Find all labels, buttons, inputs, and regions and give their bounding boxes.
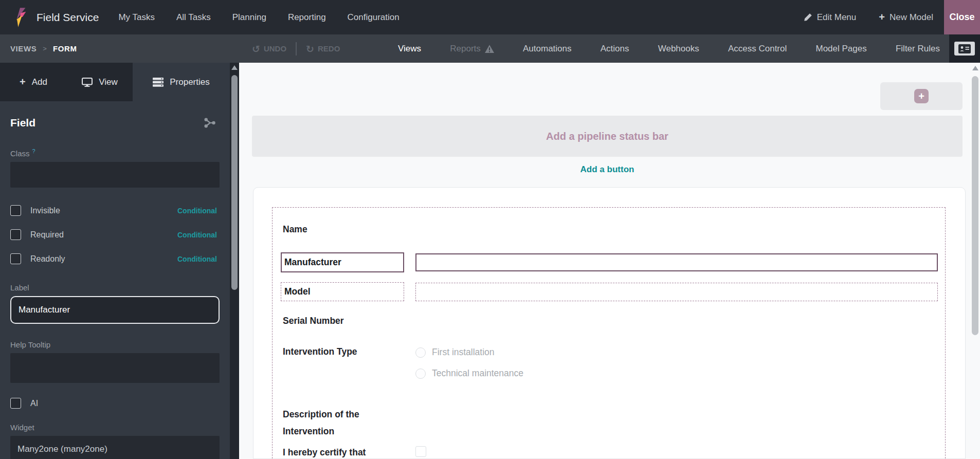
radio-icon[interactable] bbox=[415, 347, 426, 358]
add-pipeline-status-bar[interactable]: Add a pipeline status bar bbox=[252, 116, 963, 157]
field-label-serial-number[interactable]: Serial Number bbox=[283, 316, 344, 326]
field-label-model[interactable]: Model bbox=[281, 282, 404, 301]
radio-technical-maintenance[interactable]: Technical maintenance bbox=[415, 368, 523, 379]
invisible-checkbox[interactable] bbox=[10, 205, 21, 216]
menu-item-all-tasks[interactable]: All Tasks bbox=[176, 12, 211, 23]
monitor-icon bbox=[82, 78, 93, 87]
app-name: Field Service bbox=[37, 11, 99, 24]
invisible-row: Invisible Conditional bbox=[10, 204, 217, 217]
add-a-button-link[interactable]: Add a button bbox=[252, 164, 963, 175]
form-group-outline: Name Manufacturer Model Serial Number In… bbox=[272, 207, 946, 459]
menu-item-my-tasks[interactable]: My Tasks bbox=[118, 12, 155, 23]
tab-model-pages[interactable]: Model Pages bbox=[815, 44, 866, 54]
top-navbar: Field Service My Tasks All Tasks Plannin… bbox=[0, 0, 980, 34]
warning-triangle-icon bbox=[485, 45, 494, 53]
menu-item-reporting[interactable]: Reporting bbox=[288, 12, 326, 23]
share-hierarchy-icon[interactable] bbox=[203, 118, 216, 128]
list-icon bbox=[153, 78, 164, 87]
sidebar-scrollbar bbox=[230, 63, 239, 459]
field-label-manufacturer-selected[interactable]: Manufacturer bbox=[281, 252, 404, 272]
help-question-mark[interactable]: ? bbox=[32, 148, 35, 154]
top-menu: My Tasks All Tasks Planning Reporting Co… bbox=[118, 12, 399, 23]
studio-toolbar: VIEWS > FORM ↺ UNDO ↻ REDO Views Reports… bbox=[0, 34, 980, 63]
breadcrumb-separator: > bbox=[43, 45, 47, 52]
label-input[interactable] bbox=[10, 296, 220, 324]
readonly-row: Readonly Conditional bbox=[10, 252, 217, 266]
edit-menu-button[interactable]: Edit Menu bbox=[804, 12, 857, 23]
field-input-model[interactable] bbox=[415, 283, 938, 301]
form-editor-canvas: + Add a pipeline status bar Add a button… bbox=[239, 63, 980, 459]
id-card-button[interactable] bbox=[954, 42, 975, 56]
class-label: Class? bbox=[10, 148, 220, 158]
pencil-icon bbox=[804, 13, 812, 22]
readonly-checkbox[interactable] bbox=[10, 253, 21, 264]
plus-icon: + bbox=[20, 76, 26, 88]
ai-checkbox[interactable] bbox=[10, 398, 21, 409]
breadcrumb-form: FORM bbox=[53, 44, 77, 53]
sidebar-tab-properties[interactable]: Properties bbox=[133, 63, 230, 101]
field-input-manufacturer-selected[interactable] bbox=[415, 253, 938, 271]
scroll-up-arrow-icon[interactable] bbox=[231, 65, 238, 70]
tab-reports[interactable]: Reports bbox=[450, 44, 494, 54]
studio-sidebar: + Add View Properties Field bbox=[0, 63, 230, 459]
tab-views[interactable]: Views bbox=[398, 44, 421, 54]
sidebar-scrollbar-thumb[interactable] bbox=[231, 75, 238, 290]
help-tooltip-label: Help Tooltip bbox=[10, 340, 220, 349]
label-label: Label bbox=[10, 283, 220, 292]
sidebar-tab-view[interactable]: View bbox=[67, 63, 133, 101]
id-card-icon bbox=[958, 44, 971, 53]
menu-item-configuration[interactable]: Configuration bbox=[348, 12, 400, 23]
required-conditional-link[interactable]: Conditional bbox=[177, 231, 217, 239]
undo-icon: ↺ bbox=[252, 43, 260, 54]
sidebar-tabs: + Add View Properties bbox=[0, 63, 230, 101]
tab-filter-rules[interactable]: Filter Rules bbox=[896, 44, 940, 54]
undo-redo-divider bbox=[296, 42, 297, 56]
field-label-intervention-type[interactable]: Intervention Type bbox=[283, 346, 357, 357]
ai-row: AI bbox=[10, 396, 217, 410]
menu-item-planning[interactable]: Planning bbox=[232, 12, 266, 23]
required-row: Required Conditional bbox=[10, 228, 217, 242]
radio-icon[interactable] bbox=[415, 369, 426, 379]
new-model-button[interactable]: + New Model bbox=[879, 11, 933, 23]
redo-icon: ↻ bbox=[306, 43, 314, 54]
sidebar-tab-add[interactable]: + Add bbox=[0, 63, 67, 101]
add-smart-button[interactable]: + bbox=[880, 82, 963, 110]
plus-icon: + bbox=[914, 89, 929, 103]
field-label-certify[interactable]: I hereby certify that bbox=[283, 447, 366, 458]
class-input[interactable] bbox=[10, 162, 220, 188]
close-studio-button[interactable]: Close bbox=[944, 0, 980, 34]
breadcrumb: VIEWS > FORM bbox=[10, 34, 77, 63]
widget-label: Widget bbox=[10, 423, 220, 432]
redo-button[interactable]: ↻ REDO bbox=[306, 43, 340, 54]
certify-checkbox[interactable] bbox=[415, 446, 426, 457]
required-checkbox[interactable] bbox=[10, 229, 21, 240]
invisible-conditional-link[interactable]: Conditional bbox=[177, 207, 217, 215]
field-label-name[interactable]: Name bbox=[283, 224, 307, 235]
odoo-studio-logo-icon bbox=[12, 7, 29, 28]
help-tooltip-input[interactable] bbox=[10, 353, 220, 383]
breadcrumb-views[interactable]: VIEWS bbox=[10, 44, 37, 53]
canvas-scrollbar-thumb[interactable] bbox=[972, 76, 978, 335]
tab-webhooks[interactable]: Webhooks bbox=[658, 44, 699, 54]
plus-icon: + bbox=[879, 11, 885, 23]
scroll-up-arrow-icon[interactable] bbox=[972, 66, 978, 70]
radio-first-installation[interactable]: First installation bbox=[415, 347, 495, 358]
undo-button[interactable]: ↺ UNDO bbox=[252, 43, 286, 54]
form-sheet: Name Manufacturer Model Serial Number In… bbox=[253, 187, 966, 459]
readonly-conditional-link[interactable]: Conditional bbox=[177, 255, 217, 263]
tab-actions[interactable]: Actions bbox=[601, 44, 629, 54]
field-label-description[interactable]: Description of the Intervention bbox=[283, 406, 391, 440]
studio-tabstrip: Views Reports Automations Actions Webhoo… bbox=[398, 34, 940, 63]
tab-access-control[interactable]: Access Control bbox=[728, 44, 787, 54]
toolbar-right-block bbox=[949, 34, 980, 63]
widget-select[interactable]: Many2one (many2one) bbox=[10, 436, 220, 459]
panel-title: Field bbox=[10, 117, 35, 129]
tab-automations[interactable]: Automations bbox=[523, 44, 572, 54]
